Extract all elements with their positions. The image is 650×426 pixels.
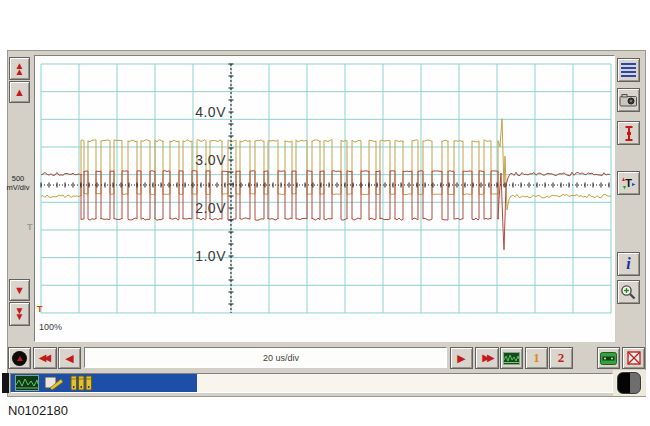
svg-text:T: T xyxy=(625,177,632,189)
voltage-label-2v: 2.0V xyxy=(174,200,226,216)
down-arrow-icon: ▼ xyxy=(14,285,25,296)
record-note-icon xyxy=(43,375,65,391)
scale-down-button[interactable]: ▼ xyxy=(9,279,30,301)
voltage-label-4v: 4.0V xyxy=(174,104,226,120)
timebase-label: 20 us/div xyxy=(263,353,299,363)
info-icon: i xyxy=(626,257,630,271)
scale-up-fast-button[interactable]: ▲▲ xyxy=(9,57,30,80)
timebase-panel: 20 us/div xyxy=(84,347,447,368)
data-files-icon xyxy=(69,375,93,391)
info-button[interactable]: i xyxy=(617,252,640,276)
double-left-arrow-icon: ◀◀ xyxy=(39,353,51,363)
can-high-trace xyxy=(41,119,611,210)
trigger-position-button[interactable]: T xyxy=(617,171,640,195)
screenshot-page: ▲▲ ▲ 500 mV/div ▼ ▼▼ T 100% T 4.0V 3.0V … xyxy=(0,0,650,426)
waveform-plot[interactable]: 100% T xyxy=(34,55,615,342)
forward-fast-button[interactable]: ▶▶ xyxy=(475,347,499,369)
magnifier-plus-icon xyxy=(620,284,637,301)
right-arrow-icon: ▶ xyxy=(457,353,465,364)
close-capture-button[interactable] xyxy=(622,347,645,369)
trigger-point-marker[interactable]: T xyxy=(37,304,43,314)
step-forward-button[interactable]: ▶ xyxy=(450,347,473,369)
statusbar-handle xyxy=(2,373,9,393)
channel-2-button[interactable]: 2 xyxy=(549,347,573,369)
scale-down-fast-button[interactable]: ▼▼ xyxy=(9,302,30,326)
trigger-mode-icon xyxy=(12,351,27,366)
capture-button[interactable] xyxy=(617,88,640,112)
channel-2-label: 2 xyxy=(558,350,565,366)
camera-icon xyxy=(619,93,638,107)
scale-value: 500 xyxy=(4,174,32,183)
voltage-label-1v: 1.0V xyxy=(174,248,226,264)
screen-view-button[interactable] xyxy=(597,347,620,369)
channel-1-button[interactable]: 1 xyxy=(525,347,548,369)
vertical-scale-readout: 500 mV/div xyxy=(4,174,32,192)
trigger-mode-button[interactable] xyxy=(8,347,31,369)
step-back-button[interactable]: ◀ xyxy=(58,347,81,369)
up-arrow-icon: ▲ xyxy=(14,87,25,98)
signal-status-icon xyxy=(15,375,39,391)
left-arrow-icon: ◀ xyxy=(65,353,73,364)
waveform-svg xyxy=(35,56,614,341)
list-icon xyxy=(621,63,636,77)
live-display-button[interactable] xyxy=(500,347,523,369)
double-up-arrow-icon: ▲▲ xyxy=(15,63,25,75)
figure-id-label: N0102180 xyxy=(8,403,68,418)
channel-1-label: 1 xyxy=(533,350,540,366)
rewind-fast-button[interactable]: ◀◀ xyxy=(33,347,57,369)
voltage-label-3v: 3.0V xyxy=(174,152,226,168)
waveform-screen-icon xyxy=(503,352,520,365)
green-monitor-icon xyxy=(600,352,617,365)
double-down-arrow-icon: ▼▼ xyxy=(15,308,25,320)
zoom-button[interactable] xyxy=(617,280,640,304)
zoom-percent-label: 100% xyxy=(39,322,62,332)
trigger-position-icon: T xyxy=(620,175,637,192)
contrast-button[interactable] xyxy=(617,372,641,394)
cursor-button[interactable] xyxy=(617,121,640,145)
scale-unit: mV/div xyxy=(4,183,32,192)
status-bar xyxy=(10,373,613,393)
trigger-level-marker: T xyxy=(27,222,33,232)
can-low-trace xyxy=(41,171,610,250)
scale-up-button[interactable]: ▲ xyxy=(9,81,30,103)
data-list-button[interactable] xyxy=(617,58,640,82)
cursor-marker-icon xyxy=(622,125,636,142)
close-x-icon xyxy=(626,351,642,365)
double-right-arrow-icon: ▶▶ xyxy=(479,353,494,363)
